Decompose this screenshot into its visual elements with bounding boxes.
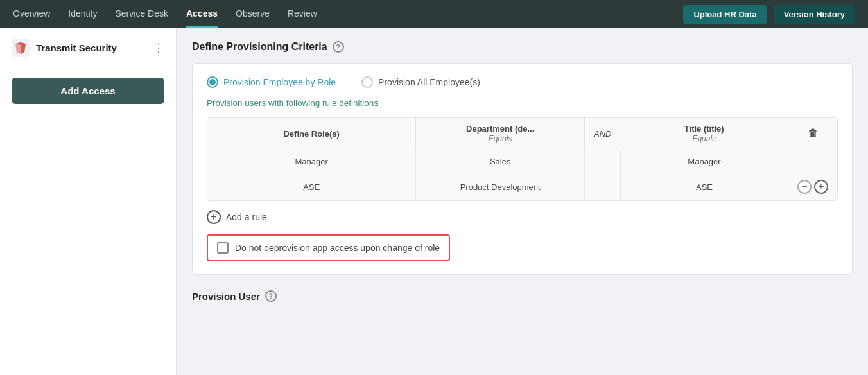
radio-group: Provision Employee by Role Provision All… [207, 76, 838, 88]
add-rule-row[interactable]: + Add a rule [207, 210, 838, 224]
radio-circle-selected [207, 76, 218, 88]
table-cell-action: − + [788, 173, 838, 201]
brand-logo-icon [12, 39, 30, 57]
rules-table: Define Role(s) Department (de... Equals … [207, 118, 837, 200]
add-access-button[interactable]: Add Access [12, 78, 164, 104]
nav-items: Overview Identity Service Desk Access Ob… [13, 1, 683, 28]
radio-circle-inactive [361, 76, 373, 88]
define-provisioning-help-icon[interactable]: ? [333, 41, 344, 53]
nav-access[interactable]: Access [186, 1, 218, 28]
sidebar-dots-menu[interactable]: ⋮ [153, 40, 164, 55]
table-cell-title: Manager [621, 150, 788, 173]
table-cell-role: ASE [207, 173, 416, 201]
deprovision-checkbox-row[interactable]: Do not deprovision app access upon chang… [207, 234, 450, 261]
table-row: Manager Sales Manager [207, 150, 837, 173]
app-layout: Transmit Security ⋮ Add Access Define Pr… [0, 28, 868, 375]
radio-provision-by-role[interactable]: Provision Employee by Role [207, 76, 336, 88]
nav-service-desk[interactable]: Service Desk [116, 1, 168, 28]
table-cell-title: ASE [621, 173, 788, 201]
remove-row-button[interactable]: − [797, 180, 812, 194]
dept-col-title: Department (de... [466, 124, 534, 134]
table-cell-dept: Product Development [416, 173, 585, 201]
col-header-dept: Department (de... Equals [416, 118, 585, 150]
provision-user-help-icon[interactable]: ? [265, 290, 277, 302]
col-header-title: Title (title) Equals [621, 118, 788, 150]
sidebar-brand: Transmit Security ⋮ [0, 28, 176, 67]
provision-text: Provision users with following rule defi… [207, 98, 838, 108]
provisioning-card: Provision Employee by Role Provision All… [192, 63, 853, 275]
col-header-action: 🗑 [788, 118, 838, 150]
table-cell-action [788, 150, 838, 173]
top-nav: Overview Identity Service Desk Access Ob… [0, 0, 868, 28]
title-col-title: Title (title) [684, 124, 724, 134]
add-rule-circle-icon: + [207, 210, 221, 224]
sidebar: Transmit Security ⋮ Add Access [0, 28, 177, 375]
deprovision-checkbox[interactable] [217, 242, 229, 254]
delete-icon-header: 🗑 [808, 128, 818, 139]
add-rule-label: Add a rule [226, 212, 267, 222]
upload-hr-data-button[interactable]: Upload HR Data [683, 5, 767, 24]
define-provisioning-title: Define Provisioning Criteria [192, 41, 327, 53]
deprovision-checkbox-label: Do not deprovision app access upon chang… [235, 243, 440, 253]
add-row-button[interactable]: + [814, 180, 828, 194]
row-actions: − + [797, 180, 828, 194]
table-cell-role: Manager [207, 150, 416, 173]
rules-table-container: Define Role(s) Department (de... Equals … [207, 117, 838, 201]
nav-overview[interactable]: Overview [13, 1, 50, 28]
table-cell-and [585, 150, 621, 173]
nav-identity[interactable]: Identity [68, 1, 97, 28]
col-header-role: Define Role(s) [207, 118, 416, 150]
table-row: ASE Product Development ASE − + [207, 173, 837, 201]
title-col-sub: Equals [692, 134, 716, 143]
radio-provision-all[interactable]: Provision All Employee(s) [361, 76, 480, 88]
col-header-and: AND [585, 118, 621, 150]
version-history-button[interactable]: Version History [774, 5, 855, 24]
nav-action-buttons: Upload HR Data Version History [683, 5, 855, 24]
section-title: Define Provisioning Criteria ? [192, 41, 853, 53]
provision-user-section: Provision User ? [192, 288, 853, 302]
table-cell-dept: Sales [416, 150, 585, 173]
radio-provision-all-label: Provision All Employee(s) [378, 77, 480, 87]
brand-left: Transmit Security [12, 39, 117, 57]
brand-name: Transmit Security [36, 42, 117, 53]
radio-provision-by-role-label: Provision Employee by Role [223, 77, 336, 87]
main-content: Define Provisioning Criteria ? Provision… [177, 28, 868, 375]
table-cell-and [585, 173, 621, 201]
radio-inner [209, 79, 216, 85]
nav-review[interactable]: Review [288, 1, 317, 28]
dept-col-sub: Equals [489, 134, 512, 143]
provision-user-title: Provision User [192, 291, 260, 302]
nav-observe[interactable]: Observe [236, 1, 270, 28]
